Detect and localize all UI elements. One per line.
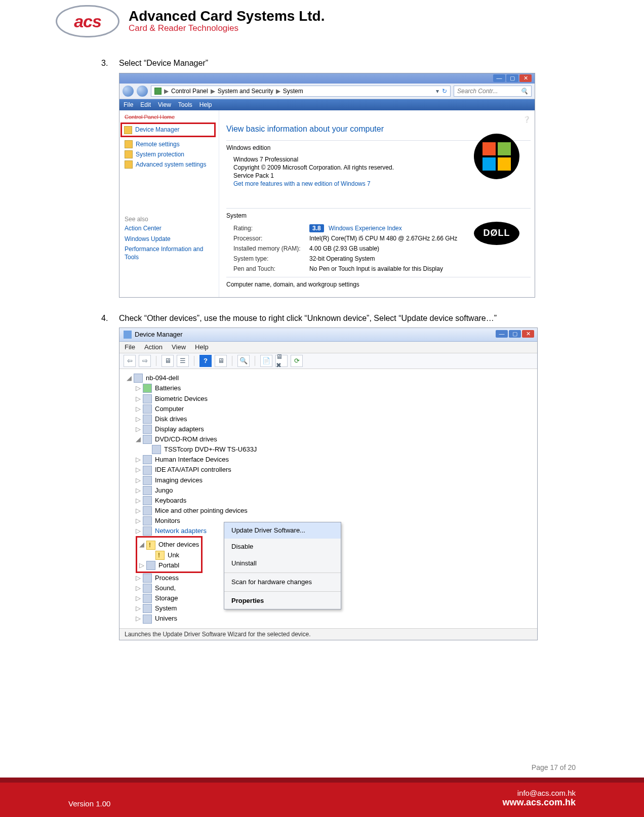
node-univers[interactable]: Univers (155, 614, 177, 624)
node-imaging[interactable]: Imaging devices (155, 475, 203, 485)
toolbar-fwd-icon[interactable]: ⇨ (139, 355, 151, 367)
dm-menu-file[interactable]: File (125, 343, 135, 352)
dm-menu-help[interactable]: Help (195, 343, 209, 352)
node-portable[interactable]: Portabl (158, 560, 179, 570)
back-button[interactable] (123, 86, 134, 97)
crumb-1[interactable]: Control Panel (171, 87, 208, 95)
menu-edit[interactable]: Edit (140, 101, 151, 109)
control-panel-home[interactable]: Control Panel Home (125, 113, 216, 121)
sound-icon (143, 584, 152, 593)
system-protection-link[interactable]: System protection (125, 149, 216, 159)
remote-settings-link[interactable]: Remote settings (125, 139, 216, 149)
menu-tools[interactable]: Tools (178, 101, 192, 109)
menu-file[interactable]: File (124, 101, 133, 109)
ctx-uninstall[interactable]: Uninstall (224, 555, 341, 571)
processor-value: Intel(R) Core(TM) i5 CPU M 480 @ 2.67GHz… (309, 234, 457, 242)
storage-icon (143, 594, 152, 603)
node-monitors[interactable]: Monitors (155, 516, 180, 526)
computer-icon (134, 374, 143, 383)
toolbar-update-icon[interactable]: 📄 (260, 355, 272, 367)
dm-titlebar: Device Manager — ▢ ✕ (119, 328, 537, 342)
node-ide[interactable]: IDE ATA/ATAPI controllers (155, 465, 231, 475)
dm-minimize-button[interactable]: — (496, 330, 508, 338)
ctx-scan[interactable]: Scan for hardware changes (224, 574, 341, 590)
node-dvd[interactable]: DVD/CD-ROM drives (155, 434, 217, 444)
node-hid[interactable]: Human Interface Devices (155, 455, 229, 465)
node-jungo[interactable]: Jungo (155, 485, 173, 496)
search-box[interactable]: Search Contr... 🔍 (454, 86, 532, 97)
node-unknown-device[interactable]: Unk (168, 550, 179, 560)
node-sound[interactable]: Sound, (155, 583, 176, 593)
rating-label: Rating: (233, 224, 309, 232)
system-type-label: System type: (233, 255, 309, 263)
advanced-settings-link[interactable]: Advanced system settings (125, 159, 216, 170)
crumb-3[interactable]: System (283, 87, 303, 95)
crumb-icon (154, 88, 162, 95)
company-name: Advanced Card Systems Ltd. (129, 9, 325, 23)
dm-menu-view[interactable]: View (172, 343, 186, 352)
node-keyboards[interactable]: Keyboards (155, 496, 186, 506)
keyboard-icon (143, 496, 152, 505)
battery-icon (143, 384, 152, 393)
more-features-link[interactable]: Get more features with a new edition of … (233, 180, 531, 188)
dm-maximize-button[interactable]: ▢ (509, 330, 521, 338)
dm-menu-bar: File Action View Help (119, 342, 537, 353)
crumb-2[interactable]: System and Security (218, 87, 273, 95)
unknown-device-icon (155, 551, 165, 560)
menu-help[interactable]: Help (199, 101, 212, 109)
wei-link[interactable]: Windows Experience Index (329, 225, 402, 232)
monitor-icon (143, 516, 152, 525)
toolbar-scan-icon[interactable]: 🔍 (237, 355, 250, 367)
dm-close-button[interactable]: ✕ (522, 330, 534, 338)
left-pane: Control Panel Home Device Manager Remote… (119, 110, 219, 297)
node-tsst[interactable]: TSSTcorp DVD+-RW TS-U633J (164, 444, 257, 455)
page-footer: Page 17 of 20 Version 1.00 info@acs.com.… (0, 763, 644, 817)
see-also-perf[interactable]: Performance Information and Tools (125, 244, 216, 262)
version-label: Version 1.00 (68, 799, 110, 808)
screenshot-system-properties: — ▢ ✕ ▶ Control Panel ▶ System and Secur… (119, 73, 535, 298)
toolbar-properties-icon[interactable]: ☰ (177, 355, 189, 367)
node-network[interactable]: Network adapters (155, 526, 207, 536)
node-storage[interactable]: Storage (155, 593, 178, 603)
system-group-label: System (226, 212, 531, 220)
node-display[interactable]: Display adapters (155, 424, 204, 434)
dm-toolbar: ⇦ ⇨ 🖥 ☰ ? 🖥 🔍 📄 🖥✖ ⟳ (119, 353, 537, 369)
menu-view[interactable]: View (158, 101, 171, 109)
node-batteries[interactable]: Batteries (155, 383, 181, 393)
node-disk[interactable]: Disk drives (155, 414, 187, 424)
jungo-icon (143, 486, 152, 495)
hid-icon (143, 455, 152, 464)
toolbar-refresh-icon[interactable]: ⟳ (291, 355, 303, 367)
node-biometric[interactable]: Biometric Devices (155, 394, 208, 404)
ctx-disable[interactable]: Disable (224, 539, 341, 555)
node-system[interactable]: System (155, 603, 177, 614)
node-computer[interactable]: Computer (155, 404, 184, 414)
address-bar: ▶ Control Panel ▶ System and Security ▶ … (119, 84, 535, 99)
breadcrumb[interactable]: ▶ Control Panel ▶ System and Security ▶ … (151, 86, 451, 97)
toolbar-uninstall-icon[interactable]: 🖥✖ (275, 355, 288, 367)
close-button[interactable]: ✕ (519, 74, 532, 82)
ctx-properties[interactable]: Properties (224, 593, 341, 609)
ctx-update-driver[interactable]: Update Driver Software... (224, 522, 341, 539)
status-bar: Launches the Update Driver Software Wiza… (119, 628, 537, 640)
page-number: Page 17 of 20 (0, 763, 644, 778)
device-manager-link[interactable]: Device Manager (135, 126, 179, 134)
forward-button[interactable] (137, 86, 148, 97)
toolbar-back-icon[interactable]: ⇦ (124, 355, 136, 367)
toolbar-help-icon[interactable]: ? (199, 355, 212, 367)
toolbar-computer-icon[interactable]: 🖥 (162, 355, 174, 367)
node-other-devices[interactable]: Other devices (158, 540, 199, 550)
toolbar-view-icon[interactable]: 🖥 (215, 355, 227, 367)
maximize-button[interactable]: ▢ (506, 74, 518, 82)
dm-menu-action[interactable]: Action (144, 343, 163, 352)
device-manager-highlight: Device Manager (120, 122, 216, 137)
tree-root[interactable]: nb-094-dell (146, 373, 179, 383)
see-also-action-center[interactable]: Action Center (125, 223, 216, 233)
see-also-windows-update[interactable]: Windows Update (125, 234, 216, 244)
node-mice[interactable]: Mice and other pointing devices (155, 506, 248, 516)
screenshot-device-manager: Device Manager — ▢ ✕ File Action View He… (119, 328, 538, 640)
page-header: acs Advanced Card Systems Ltd. Card & Re… (0, 0, 644, 37)
minimize-button[interactable]: — (493, 74, 505, 82)
node-process[interactable]: Process (155, 573, 179, 583)
menu-bar: File Edit View Tools Help (119, 99, 535, 110)
